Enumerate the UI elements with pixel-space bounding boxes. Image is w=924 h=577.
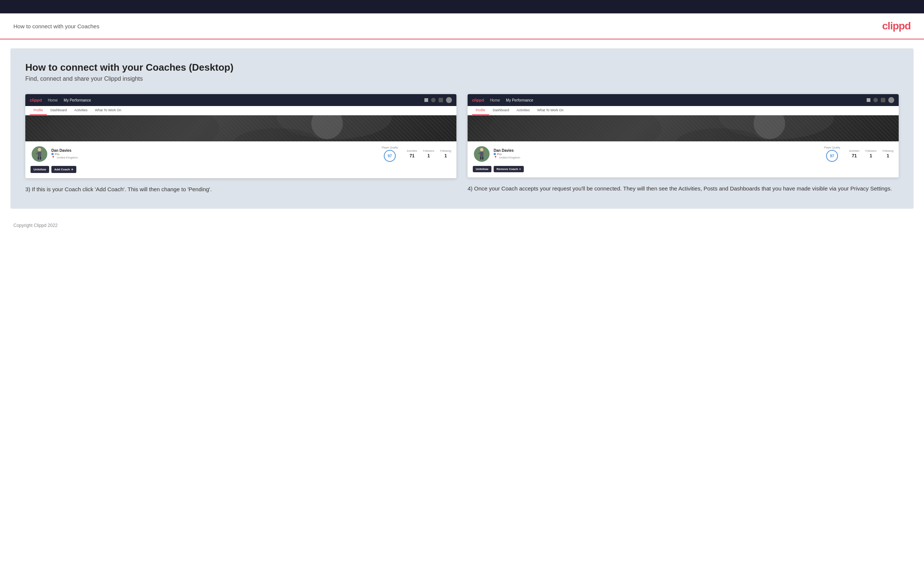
right-quality-label: Player Quality [824, 146, 840, 149]
right-tab-dashboard[interactable]: Dashboard [489, 106, 513, 115]
right-user-icon[interactable] [873, 98, 878, 102]
right-nav-right [867, 97, 894, 103]
right-mock-nav: clippd Home My Performance [468, 94, 899, 106]
right-screenshot: clippd Home My Performance Profile Dashb… [468, 94, 899, 177]
right-action-buttons: Unfollow Remove Coach × [473, 166, 893, 172]
right-nav-home[interactable]: Home [490, 98, 500, 102]
right-stat-followers: Followers 1 [865, 150, 876, 159]
left-player-quality: Player Quality 97 [381, 146, 398, 162]
right-role-dot [494, 153, 496, 155]
left-stat-followers-label: Followers [423, 150, 434, 152]
right-hero-svg [468, 115, 899, 141]
header: How to connect with your Coaches clippd [0, 13, 924, 39]
left-add-coach-button[interactable]: Add Coach + [52, 166, 76, 173]
svg-point-0 [47, 115, 219, 141]
left-profile-main: Dan Davies Pro 📍 United Kingdom [31, 145, 451, 163]
right-player-name: Dan Davies [494, 148, 520, 153]
left-mock-logo: clippd [30, 98, 42, 102]
right-settings-icon[interactable] [881, 98, 885, 102]
left-description: 3) If this is your Coach click 'Add Coac… [25, 185, 456, 194]
left-stat-activities: Activities 71 [407, 150, 417, 159]
left-tab-profile[interactable]: Profile [30, 106, 47, 115]
left-avatar-nav[interactable] [446, 97, 452, 103]
right-stat-activities: Activities 71 [849, 150, 859, 159]
clippd-logo: clippd [882, 20, 911, 32]
left-nav-right [425, 97, 452, 103]
left-user-icon[interactable] [431, 98, 436, 102]
right-player-avatar [473, 145, 491, 163]
left-profile-section: Dan Davies Pro 📍 United Kingdom [25, 141, 456, 178]
right-stat-activities-label: Activities [849, 150, 859, 152]
left-nav-home[interactable]: Home [48, 98, 58, 102]
right-tab-activities[interactable]: Activities [513, 106, 534, 115]
left-screenshot: clippd Home My Performance Profile Dashb… [25, 94, 456, 178]
right-pin-icon: 📍 [494, 156, 498, 159]
right-unfollow-button[interactable]: Unfollow [473, 166, 491, 172]
right-stat-following: Following 1 [882, 150, 893, 159]
left-hero-svg [25, 115, 456, 141]
right-tab-profile[interactable]: Profile [472, 106, 489, 115]
left-stat-followers: Followers 1 [423, 150, 434, 159]
left-stat-following-label: Following [440, 150, 451, 152]
svg-rect-8 [40, 156, 41, 160]
right-description: 4) Once your Coach accepts your request … [468, 184, 899, 193]
right-stat-followers-value: 1 [870, 153, 872, 158]
right-avatar-nav[interactable] [888, 97, 894, 103]
left-pin-icon: 📍 [52, 156, 55, 159]
left-quality-label: Player Quality [381, 146, 398, 149]
left-avatar-golfer [34, 147, 45, 161]
right-profile-section: Dan Davies Pro 📍 United Kingdom [468, 141, 899, 177]
left-nav-performance[interactable]: My Performance [64, 98, 91, 102]
left-settings-icon[interactable] [439, 98, 443, 102]
right-hero-banner [468, 115, 899, 141]
left-player-location: 📍 United Kingdom [52, 156, 78, 159]
left-player-role: Pro [52, 153, 78, 156]
svg-rect-16 [480, 156, 482, 160]
right-column: clippd Home My Performance Profile Dashb… [468, 94, 899, 194]
right-nav-performance[interactable]: My Performance [506, 98, 533, 102]
svg-point-4 [38, 148, 41, 152]
right-stat-following-value: 1 [887, 153, 889, 158]
header-title: How to connect with your Coaches [13, 23, 99, 29]
left-quality-circle: 97 [384, 150, 396, 162]
left-search-icon[interactable] [425, 98, 428, 102]
left-mock-nav: clippd Home My Performance [25, 94, 456, 106]
left-plus-icon: + [71, 168, 73, 171]
left-unfollow-button[interactable]: Unfollow [31, 166, 49, 173]
right-stats-row: Player Quality 97 Activities 71 Follower… [520, 146, 893, 162]
right-remove-coach-button[interactable]: Remove Coach × [494, 166, 524, 172]
right-search-icon[interactable] [867, 98, 871, 102]
left-hero-banner [25, 115, 456, 141]
right-profile-info: Dan Davies Pro 📍 United Kingdom [494, 148, 520, 160]
left-mock-tabs: Profile Dashboard Activities What To Wor… [25, 106, 456, 115]
left-stat-activities-value: 71 [410, 153, 414, 158]
main-title: How to connect with your Coaches (Deskto… [25, 62, 899, 73]
left-tab-what-to-work-on[interactable]: What To Work On [91, 106, 125, 115]
svg-rect-5 [38, 152, 41, 156]
left-stats-row: Player Quality 97 Activities 71 Follower… [78, 146, 451, 162]
right-stat-followers-label: Followers [865, 150, 876, 152]
right-tab-what-to-work-on[interactable]: What To Work On [533, 106, 567, 115]
copyright-text: Copyright Clippd 2022 [13, 223, 58, 228]
svg-point-9 [489, 115, 662, 141]
right-player-quality: Player Quality 97 [824, 146, 840, 162]
left-tab-activities[interactable]: Activities [71, 106, 92, 115]
left-tab-dashboard[interactable]: Dashboard [47, 106, 71, 115]
svg-rect-17 [482, 156, 484, 160]
right-stat-following-label: Following [882, 150, 893, 152]
columns: clippd Home My Performance Profile Dashb… [25, 94, 899, 194]
right-remove-icon: × [519, 168, 521, 171]
right-mock-logo: clippd [472, 98, 484, 102]
footer: Copyright Clippd 2022 [0, 218, 924, 233]
right-player-location: 📍 United Kingdom [494, 156, 520, 159]
left-stat-following: Following 1 [440, 150, 451, 159]
right-quality-circle: 97 [826, 150, 838, 162]
right-stat-activities-value: 71 [852, 153, 857, 158]
right-mock-tabs: Profile Dashboard Activities What To Wor… [468, 106, 899, 115]
left-stat-activities-label: Activities [407, 150, 417, 152]
left-profile-info: Dan Davies Pro 📍 United Kingdom [52, 148, 78, 160]
main-subtitle: Find, connect and share your Clippd insi… [25, 76, 899, 82]
top-bar [0, 0, 924, 13]
left-stat-followers-value: 1 [427, 153, 430, 158]
left-stat-following-value: 1 [444, 153, 447, 158]
